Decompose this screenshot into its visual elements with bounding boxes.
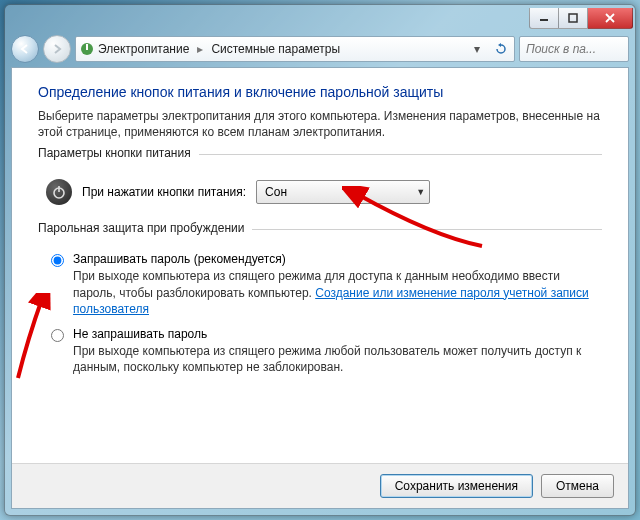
breadcrumb-separator: ▸	[197, 42, 203, 56]
save-button[interactable]: Сохранить изменения	[380, 474, 533, 498]
back-arrow-icon	[19, 43, 31, 55]
refresh-button[interactable]	[492, 40, 510, 58]
option-require-desc: При выходе компьютера из спящего режима …	[73, 268, 602, 317]
svg-rect-3	[86, 44, 88, 50]
group-password: Парольная защита при пробуждении Запраши…	[38, 229, 602, 385]
chevron-down-icon: ▼	[416, 187, 425, 197]
cancel-button[interactable]: Отмена	[541, 474, 614, 498]
search-input[interactable]	[524, 41, 624, 57]
address-bar[interactable]: Электропитание ▸ Системные параметры ▾	[75, 36, 515, 62]
window-frame: Электропитание ▸ Системные параметры ▾ О…	[4, 4, 636, 516]
svg-rect-1	[569, 14, 577, 22]
search-box[interactable]	[519, 36, 629, 62]
titlebar	[5, 5, 635, 33]
content-inner: Определение кнопок питания и включение п…	[12, 68, 628, 463]
option-require-password: Запрашивать пароль (рекомендуется) При в…	[46, 252, 602, 317]
refresh-icon	[495, 43, 507, 55]
radio-require-password[interactable]	[51, 254, 64, 267]
minimize-button[interactable]	[529, 8, 559, 29]
group-password-legend: Парольная защита при пробуждении	[38, 221, 252, 235]
close-button[interactable]	[588, 8, 633, 29]
option-no-title: Не запрашивать пароль	[73, 327, 207, 341]
content-pane: Определение кнопок питания и включение п…	[11, 67, 629, 509]
footer: Сохранить изменения Отмена	[12, 463, 628, 508]
breadcrumb-leaf[interactable]: Системные параметры	[211, 42, 340, 56]
group-power-legend: Параметры кнопки питания	[38, 146, 199, 160]
addr-dropdown-button[interactable]: ▾	[468, 40, 486, 58]
window-controls	[529, 8, 633, 28]
group-power-button: Параметры кнопки питания При нажатии кно…	[38, 154, 602, 223]
maximize-icon	[568, 13, 578, 23]
forward-arrow-icon	[51, 43, 63, 55]
svg-rect-0	[540, 19, 548, 21]
breadcrumb-root[interactable]: Электропитание	[80, 42, 189, 56]
option-no-desc: При выходе компьютера из спящего режима …	[73, 343, 602, 375]
breadcrumb-leaf-label: Системные параметры	[211, 42, 340, 56]
forward-button[interactable]	[43, 35, 71, 63]
page-intro: Выберите параметры электропитания для эт…	[38, 108, 602, 140]
power-icon	[46, 179, 72, 205]
back-button[interactable]	[11, 35, 39, 63]
power-button-label: При нажатии кнопки питания:	[82, 185, 246, 199]
close-icon	[605, 13, 615, 23]
power-action-dropdown[interactable]: Сон ▼	[256, 180, 430, 204]
power-action-selected: Сон	[265, 185, 287, 199]
svg-rect-5	[58, 186, 60, 192]
breadcrumb-root-label: Электропитание	[98, 42, 189, 56]
power-button-row: При нажатии кнопки питания: Сон ▼	[38, 173, 602, 215]
option-require-title: Запрашивать пароль (рекомендуется)	[73, 252, 286, 266]
maximize-button[interactable]	[559, 8, 588, 29]
minimize-icon	[539, 13, 549, 23]
page-title: Определение кнопок питания и включение п…	[38, 84, 602, 100]
navbar: Электропитание ▸ Системные параметры ▾	[5, 33, 635, 67]
option-no-password: Не запрашивать пароль При выходе компьют…	[46, 327, 602, 375]
power-plan-icon	[80, 42, 94, 56]
radio-no-password[interactable]	[51, 329, 64, 342]
